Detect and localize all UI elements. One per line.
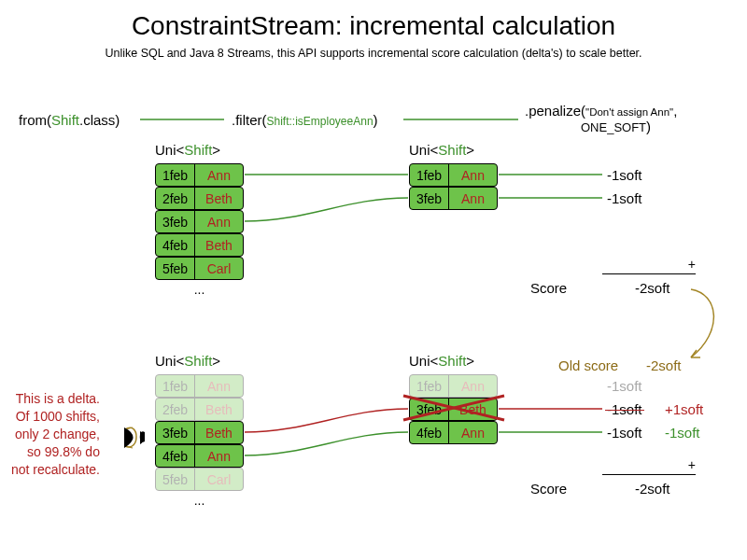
- stack-top-left: 1febAnn2febBeth3febAnn4febBeth5febCarl..…: [155, 163, 244, 297]
- score-top: +: [602, 257, 696, 276]
- shift-cell: 1febAnn: [155, 163, 244, 187]
- ellipsis: ...: [155, 493, 244, 508]
- uni-label-top-left: Uni<Shift>: [155, 142, 220, 158]
- shift-cell: 3febBeth: [409, 398, 498, 421]
- shift-cell: 5febCarl: [155, 257, 244, 280]
- shift-cell: 2febBeth: [155, 398, 244, 421]
- stack-bot-left: 1febAnn2febBeth3febBeth4febAnn5febCarl..…: [155, 374, 244, 508]
- uni-label-bot-right: Uni<Shift>: [409, 353, 474, 369]
- shift-cell: 5febCarl: [155, 468, 244, 491]
- shift-cell: 4febAnn: [409, 421, 498, 444]
- page-subtitle: Unlike SQL and Java 8 Streams, this API …: [0, 47, 747, 60]
- score-top-label: Score: [530, 280, 567, 296]
- shift-cell: 1febAnn: [409, 163, 498, 187]
- old-score-value: -2soft: [646, 357, 682, 373]
- score-bot-label: Score: [530, 481, 567, 497]
- penalty-bot-3: -1soft: [607, 425, 642, 441]
- shift-cell: 1febAnn: [409, 374, 498, 398]
- uni-label-bot-left: Uni<Shift>: [155, 353, 220, 369]
- penalty-bot-3-delta: -1soft: [665, 425, 700, 441]
- delta-note: This is a delta. Of 1000 shifts, only 2 …: [11, 390, 100, 478]
- shift-cell: 1febAnn: [155, 374, 244, 398]
- penalty-top-1: -1soft: [607, 167, 642, 183]
- penalty-bot-2-delta: +1soft: [665, 401, 703, 417]
- stack-top-right: 1febAnn3febAnn: [409, 163, 498, 210]
- api-penalize: .penalize("Don't assign Ann", ONE_SOFT): [525, 103, 677, 134]
- api-from: from(Shift.class): [19, 112, 120, 128]
- score-bot-value: -2soft: [635, 481, 670, 497]
- shift-cell: 2febBeth: [155, 187, 244, 210]
- penalty-bot-2: -1soft: [607, 401, 642, 417]
- api-filter: .filter(Shift::isEmployeeAnn): [232, 112, 378, 128]
- shift-cell: 3febBeth: [155, 421, 244, 444]
- ellipsis: ...: [155, 282, 244, 297]
- score-top-value: -2soft: [635, 280, 670, 296]
- stack-bot-right: 1febAnn3febBeth4febAnn: [409, 374, 498, 444]
- shift-cell: 3febAnn: [409, 187, 498, 210]
- penalty-top-2: -1soft: [607, 190, 642, 206]
- uni-label-top-right: Uni<Shift>: [409, 142, 474, 158]
- penalty-bot-1: -1soft: [607, 378, 642, 394]
- shift-cell: 4febAnn: [155, 444, 244, 468]
- shift-cell: 4febBeth: [155, 233, 244, 257]
- score-bot: +: [602, 457, 696, 477]
- page-title: ConstraintStream: incremental calculatio…: [0, 11, 747, 41]
- shift-cell: 3febAnn: [155, 210, 244, 233]
- old-score-label: Old score: [558, 357, 618, 373]
